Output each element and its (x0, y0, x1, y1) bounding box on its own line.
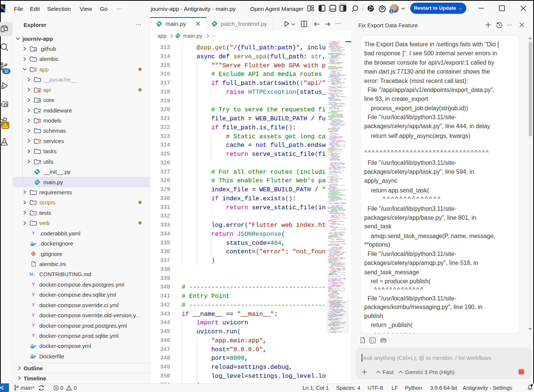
svg-text:</>: </> (33, 212, 37, 216)
svg-text:</>: </> (33, 202, 37, 206)
